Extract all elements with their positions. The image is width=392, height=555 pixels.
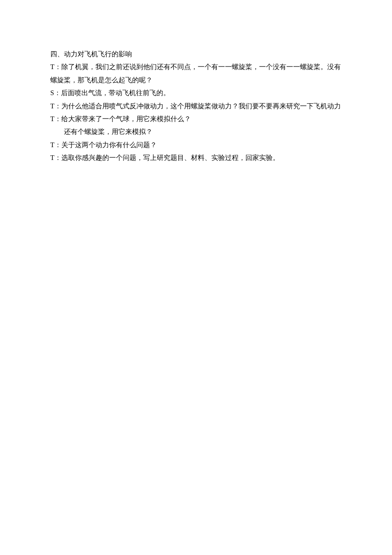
document-content: 四、动力对飞机飞行的影响 T：除了机翼，我们之前还说到他们还有不同点，一个有一一… (50, 48, 342, 165)
section-heading: 四、动力对飞机飞行的影响 (50, 48, 342, 61)
dialogue-line: T：给大家带来了一个气球，用它来模拟什么？ (50, 113, 342, 125)
dialogue-line: T：关于这两个动力你有什么问题？ (50, 139, 342, 151)
dialogue-line-indented: 还有个螺旋桨，用它来模拟？ (50, 125, 342, 138)
dialogue-line: T：除了机翼，我们之前还说到他们还有不同点，一个有一一螺旋桨，一个没有一一螺旋桨… (50, 61, 342, 87)
dialogue-line: T：选取你感兴趣的一个问题，写上研究题目、材料、实验过程，回家实验。 (50, 151, 342, 164)
dialogue-line: T：为什么他适合用喷气式反冲做动力，这个用螺旋桨做动力？我们要不要再来研究一下飞… (50, 100, 342, 113)
dialogue-line: S：后面喷出气流，带动飞机往前飞的。 (50, 87, 342, 99)
